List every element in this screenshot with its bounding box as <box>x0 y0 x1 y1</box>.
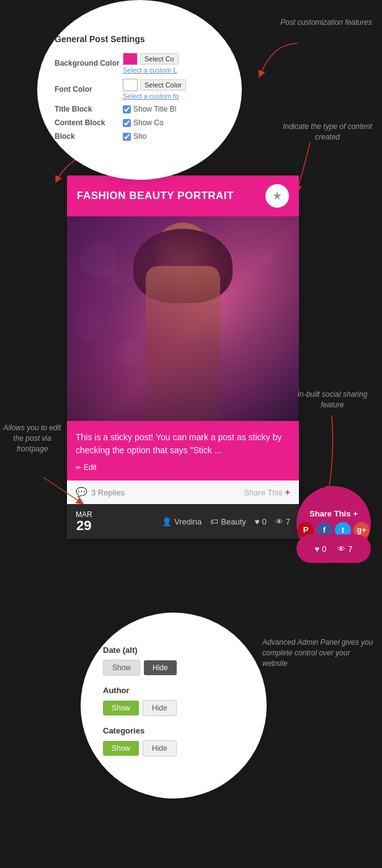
date-alt-show-button[interactable]: Show <box>103 660 140 676</box>
date-alt-hide-button[interactable]: Hide <box>144 660 177 675</box>
title-block-checkbox[interactable] <box>123 105 131 113</box>
title-block-row: Title Block Show Title Bl <box>55 105 224 113</box>
bubble-views: 👁 7 <box>337 544 352 554</box>
likes-value: 0 <box>262 517 267 526</box>
font-color-label: Font Color <box>55 85 123 94</box>
post-meta: ✏ Edit <box>67 457 299 480</box>
post-body: This is a sticky post! You can mark a po… <box>67 421 299 457</box>
post-excerpt: This is a sticky post! You can mark a po… <box>76 431 290 457</box>
settings-bubble: General Post Settings Background Color S… <box>37 0 242 180</box>
edit-label: Edit <box>84 463 97 472</box>
content-block-row: Content Block Show Co <box>55 118 224 127</box>
annotation-edit-frontpage: Allows you to edit the post via frontpag… <box>1 423 63 454</box>
share-bubble-title: Share This + <box>309 509 358 518</box>
categories-hide-button[interactable]: Hide <box>143 740 177 756</box>
replies-button[interactable]: 💬 3 Replies <box>76 487 125 498</box>
content-block-label: Content Block <box>55 118 123 127</box>
author-value: Vredina <box>174 517 202 526</box>
edit-icon: ✏ <box>76 464 81 472</box>
categories-section: Categories Show Hide <box>103 726 244 756</box>
settings-title: General Post Settings <box>55 34 224 44</box>
author-section: Author Show Hide <box>103 686 244 716</box>
post-image <box>67 216 299 421</box>
edit-link[interactable]: ✏ Edit <box>76 463 97 472</box>
post-stats: 👤 Vredina 🏷 Beauty ♥ 0 👁 7 <box>162 517 290 526</box>
share-plus-icon: + <box>285 487 290 497</box>
show-content-label: Show Co <box>133 118 164 127</box>
block-label: Block <box>55 132 123 141</box>
annotation-social-sharing: In-built social sharing feature <box>289 389 376 410</box>
author-icon: 👤 <box>162 517 172 526</box>
background-color-row: Background Color Select Co Select a cust… <box>55 53 224 74</box>
likes-stat: ♥ 0 <box>255 517 267 526</box>
bubble-heart-icon: ♥ <box>314 544 319 554</box>
post-card-header: FASHION BEAUTY PORTRAIT ★ <box>67 175 299 216</box>
block-row: Block Sho <box>55 132 224 141</box>
bottom-settings-bubble: Date (alt) Show Hide Author Show Hide Ca… <box>81 613 267 799</box>
annotation-content-type: Indicate the type of content created <box>278 122 377 143</box>
share-this-label: Share This <box>244 488 283 497</box>
share-this-inline[interactable]: Share This + <box>244 487 290 497</box>
author-show-hide: Show Hide <box>103 700 244 716</box>
share-plus-bubble-icon: + <box>353 509 358 518</box>
custom-bg-color-link[interactable]: Select a custom L <box>123 66 179 74</box>
date-alt-label: Date (alt) <box>103 645 244 655</box>
date-day: 29 <box>76 519 92 533</box>
categories-show-button[interactable]: Show <box>103 741 139 756</box>
bubble-eye-icon: 👁 <box>337 544 345 554</box>
eye-icon: 👁 <box>275 517 283 526</box>
show-block-label: Sho <box>133 132 146 141</box>
post-footer: 💬 3 Replies Share This + <box>67 480 299 504</box>
post-card: FASHION BEAUTY PORTRAIT ★ This is a stic… <box>67 175 299 539</box>
title-block-label: Title Block <box>55 105 123 113</box>
categories-show-hide: Show Hide <box>103 740 244 756</box>
select-bg-color-button[interactable]: Select Co <box>140 53 179 64</box>
annotation-admin-panel: Advanced Admin Panel gives you complete … <box>262 637 377 668</box>
categories-label: Categories <box>103 726 244 735</box>
author-label: Author <box>103 686 244 695</box>
views-stat: 👁 7 <box>275 517 290 526</box>
font-color-swatch[interactable] <box>123 79 138 91</box>
custom-font-color-link[interactable]: Select a custom fo <box>123 92 186 100</box>
star-icon: ★ <box>272 189 282 203</box>
star-button[interactable]: ★ <box>265 184 289 208</box>
background-color-label: Background Color <box>55 59 123 68</box>
category-stat: 🏷 Beauty <box>210 517 246 526</box>
date-alt-section: Date (alt) Show Hide <box>103 645 244 676</box>
comment-icon: 💬 <box>76 487 87 498</box>
bubble-likes: ♥ 0 <box>314 544 326 554</box>
views-value: 7 <box>286 517 290 526</box>
select-font-color-button[interactable]: Select Color <box>140 79 186 91</box>
bubble-likes-value: 0 <box>322 544 326 554</box>
content-block-checkbox[interactable] <box>123 119 131 127</box>
author-stat: 👤 Vredina <box>162 517 202 526</box>
post-date-bar: MAR 29 👤 Vredina 🏷 Beauty ♥ 0 👁 7 <box>67 504 299 539</box>
post-title: FASHION BEAUTY PORTRAIT <box>77 190 234 202</box>
annotation-post-customization: Post customization features <box>277 17 376 28</box>
show-title-label: Show Title Bl <box>133 105 176 113</box>
block-checkbox[interactable] <box>123 133 131 141</box>
date-alt-show-hide: Show Hide <box>103 660 244 676</box>
category-value: Beauty <box>221 517 246 526</box>
likes-views-bubble: ♥ 0 👁 7 <box>296 534 371 563</box>
date-block: MAR 29 <box>76 510 92 533</box>
bubble-views-value: 7 <box>348 544 352 554</box>
author-hide-button[interactable]: Hide <box>143 700 177 716</box>
bg-color-swatch[interactable] <box>123 53 138 65</box>
author-show-button[interactable]: Show <box>103 701 139 715</box>
tag-icon: 🏷 <box>210 517 218 526</box>
heart-icon: ♥ <box>255 517 260 526</box>
font-color-row: Font Color Select Color Select a custom … <box>55 79 224 100</box>
replies-label: 3 Replies <box>91 488 125 497</box>
